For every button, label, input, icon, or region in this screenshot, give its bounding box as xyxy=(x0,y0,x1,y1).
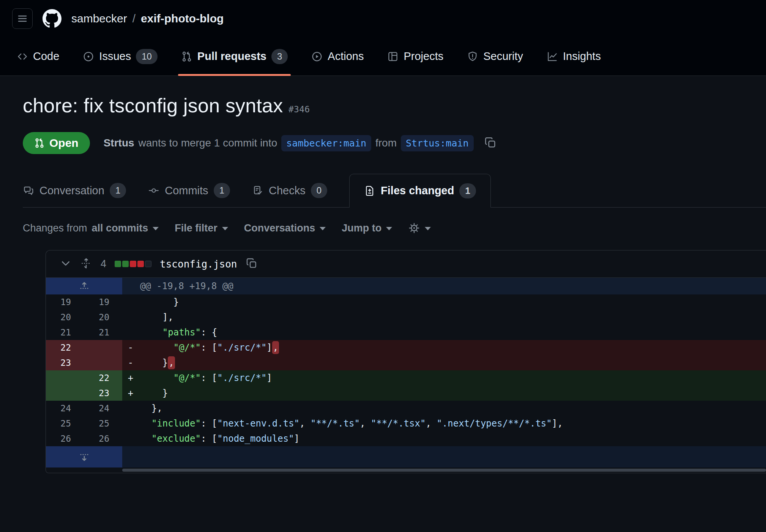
github-logo-icon[interactable] xyxy=(43,9,61,28)
conversations-dropdown[interactable]: Conversations xyxy=(244,222,326,234)
tab-commits[interactable]: Commits 1 xyxy=(148,174,230,207)
diff-hscroll-thumb[interactable] xyxy=(122,469,766,472)
old-line-number[interactable]: 21 xyxy=(46,325,84,340)
chevron-down-icon xyxy=(60,257,72,269)
code-line[interactable]: ], xyxy=(139,310,766,325)
code-segment: "next-env.d.ts" xyxy=(217,418,299,429)
tab-checks[interactable]: Checks 0 xyxy=(252,174,327,207)
diffstat-square-del xyxy=(137,261,144,267)
pr-meta-row: Open Strtus wants to merge 1 commit into… xyxy=(23,132,766,154)
old-line-number[interactable] xyxy=(46,386,84,401)
diff-row-add: 22+ "@/*": ["./src/*"] xyxy=(46,370,766,386)
old-line-number[interactable]: 25 xyxy=(46,416,84,431)
code-segment: : [ xyxy=(201,418,217,429)
new-line-number[interactable]: 23 xyxy=(84,386,122,401)
nav-item-code[interactable]: Code xyxy=(10,37,66,76)
caret-down-icon xyxy=(222,227,228,230)
expand-all-button[interactable] xyxy=(80,257,92,271)
new-line-number[interactable] xyxy=(84,355,122,370)
new-line-number[interactable]: 22 xyxy=(84,370,122,386)
code-line[interactable]: "exclude": ["node_modules"] xyxy=(139,431,766,446)
file-filter-dropdown[interactable]: File filter xyxy=(175,222,228,234)
pr-tabs: Conversation 1 Commits 1 Checks 0 Files … xyxy=(23,174,766,208)
shield-icon xyxy=(467,51,478,62)
new-line-number[interactable]: 24 xyxy=(84,401,122,416)
nav-item-security[interactable]: Security xyxy=(460,37,530,76)
jump-to-dropdown[interactable]: Jump to xyxy=(342,222,392,234)
expand-up-button[interactable] xyxy=(46,278,122,294)
diff-row-expand xyxy=(46,446,766,467)
code-segment: "**/*.ts" xyxy=(310,418,360,429)
nav-insights-label: Insights xyxy=(563,50,601,63)
jump-to-label: Jump to xyxy=(342,222,381,234)
expand-down-button[interactable] xyxy=(46,446,122,467)
base-ref-label: sambecker:main xyxy=(281,135,371,151)
old-line-number[interactable]: 24 xyxy=(46,401,84,416)
diff-row-context: 2121 "paths": { xyxy=(46,325,766,340)
old-line-number[interactable]: 20 xyxy=(46,310,84,325)
changes-from-dropdown[interactable]: Changes from all commits xyxy=(23,222,159,234)
tab-commits-count: 1 xyxy=(214,183,230,198)
code-segment: , xyxy=(360,418,371,429)
diff-row-hunk: @@ -19,8 +19,8 @@ xyxy=(46,278,766,294)
new-line-number[interactable]: 25 xyxy=(84,416,122,431)
copy-icon xyxy=(246,257,258,269)
nav-item-actions[interactable]: Actions xyxy=(304,37,370,76)
code-line[interactable]: }, xyxy=(139,355,766,370)
code-line[interactable]: } xyxy=(139,386,766,401)
new-line-number[interactable]: 20 xyxy=(84,310,122,325)
head-ref-label: Strtus:main xyxy=(401,135,474,151)
pr-number: #346 xyxy=(288,104,323,114)
diff-marker xyxy=(122,294,139,310)
new-line-number[interactable]: 21 xyxy=(84,325,122,340)
code-segment xyxy=(140,327,162,338)
new-line-number[interactable]: 26 xyxy=(84,431,122,446)
pr-title-text: chore: fix tsconfig json syntax xyxy=(23,94,283,116)
nav-item-insights[interactable]: Insights xyxy=(540,37,608,76)
breadcrumb-repo-link[interactable]: exif-photo-blog xyxy=(141,12,224,25)
diff-settings-dropdown[interactable] xyxy=(408,222,431,234)
old-line-number[interactable]: 19 xyxy=(46,294,84,310)
new-line-number[interactable]: 19 xyxy=(84,294,122,310)
code-segment: : [ xyxy=(201,373,217,383)
nav-item-projects[interactable]: Projects xyxy=(380,37,450,76)
new-line-number[interactable] xyxy=(84,340,122,355)
diff-marker xyxy=(122,401,139,416)
code-segment: , xyxy=(299,418,310,429)
old-line-number[interactable]: 23 xyxy=(46,355,84,370)
code-segment: ] xyxy=(266,342,272,353)
git-commit-icon xyxy=(148,185,159,196)
gear-icon xyxy=(408,222,420,234)
old-line-number[interactable] xyxy=(46,370,84,386)
copy-file-path-button[interactable] xyxy=(246,257,258,271)
code-segment xyxy=(140,418,151,429)
code-segment: } xyxy=(140,297,179,307)
code-segment: "**/*.tsx" xyxy=(371,418,426,429)
git-pull-request-icon xyxy=(181,51,192,62)
code-segment: "node_modules" xyxy=(217,433,294,444)
code-line[interactable]: "@/*": ["./src/*"] xyxy=(139,370,766,386)
code-line[interactable]: "include": ["next-env.d.ts", "**/*.ts", … xyxy=(139,416,766,431)
diff-rows: @@ -19,8 +19,8 @@1919 }2020 ],2121 "path… xyxy=(46,278,766,467)
pr-author-link[interactable]: Strtus xyxy=(104,137,134,149)
tab-files-changed[interactable]: Files changed 1 xyxy=(349,174,491,208)
code-segment: ] xyxy=(266,373,272,383)
breadcrumb-owner-link[interactable]: sambecker xyxy=(71,12,127,25)
nav-issues-label: Issues xyxy=(99,50,131,63)
file-name-link[interactable]: tsconfig.json xyxy=(160,258,237,270)
hamburger-menu-button[interactable] xyxy=(12,8,33,29)
code-line[interactable]: }, xyxy=(139,401,766,416)
nav-item-issues[interactable]: Issues 10 xyxy=(76,37,164,76)
code-line[interactable]: "paths": { xyxy=(139,325,766,340)
old-line-number[interactable]: 26 xyxy=(46,431,84,446)
nav-item-pull-requests[interactable]: Pull requests 3 xyxy=(174,37,295,76)
nav-pull-requests-count: 3 xyxy=(271,49,288,64)
tab-conversation[interactable]: Conversation 1 xyxy=(23,174,126,207)
copy-branch-button[interactable] xyxy=(484,136,497,150)
diff-row-del: 23- }, xyxy=(46,355,766,370)
code-line[interactable]: } xyxy=(139,294,766,310)
code-segment: ".next/types/**/*.ts" xyxy=(437,418,552,429)
code-line[interactable]: "@/*": ["./src/*"], xyxy=(139,340,766,355)
old-line-number[interactable]: 22 xyxy=(46,340,84,355)
collapse-file-button[interactable] xyxy=(60,257,72,271)
